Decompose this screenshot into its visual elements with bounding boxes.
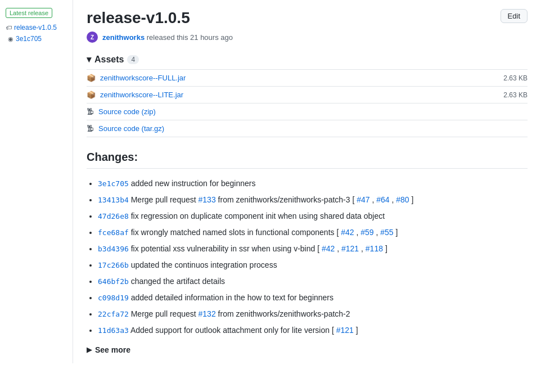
commit-text: fix wrongly matched named slots in funct… [131, 228, 341, 237]
list-item: 3e1c705 added new instruction for beginn… [98, 178, 528, 190]
assets-header[interactable]: ▾ Assets 4 [87, 54, 528, 65]
list-item: 11d63a3 Added support for outlook attach… [98, 325, 528, 336]
commit-icon: ◉ [8, 35, 13, 43]
issue-55-link[interactable]: #55 [380, 228, 393, 237]
asset-link-full-jar[interactable]: zenithworkscore--FULL.jar [100, 74, 186, 82]
commit-hash-b3d4396[interactable]: b3d4396 [98, 245, 129, 253]
commit-text: Merge pull request [131, 309, 199, 318]
list-item: 17c266b updated the continuos integratio… [98, 259, 528, 271]
commit-text: updated the continuos integration proces… [131, 260, 277, 269]
chevron-down-icon: ▾ [87, 54, 91, 65]
main-content: release-v1.0.5 Edit Z zenithworks releas… [73, 0, 541, 363]
sidebar: Latest release 🏷 release-v1.0.5 ◉ 3e1c70… [0, 0, 73, 363]
asset-link-source-zip[interactable]: Source code (zip) [98, 107, 156, 116]
asset-link-lite-jar[interactable]: zenithworkscore--LITE.jar [100, 91, 183, 99]
commit-hash-c098d19[interactable]: c098d19 [98, 294, 129, 302]
zip-icon: 🗜 [87, 107, 94, 116]
release-header: release-v1.0.5 Edit [87, 9, 528, 27]
commit-text: changed the artifact details [131, 277, 225, 286]
sidebar-commit[interactable]: ◉ 3e1c705 [8, 35, 67, 43]
edit-button[interactable]: Edit [501, 9, 528, 23]
list-item: b3d4396 fix potential xss vulnerability … [98, 243, 528, 255]
commit-text: Added support for outlook attachment onl… [130, 326, 336, 335]
commit-hash-47d26e8[interactable]: 47d26e8 [98, 212, 129, 220]
issue-121b-link[interactable]: #121 [336, 326, 354, 335]
commit-hash-17c266b[interactable]: 17c266b [98, 261, 129, 269]
asset-link-source-tar[interactable]: Source code (tar.gz) [98, 124, 164, 133]
commit-hash-11d63a3[interactable]: 11d63a3 [98, 326, 129, 335]
commit-text: Merge pull request [131, 195, 199, 204]
issue-42a-link[interactable]: #42 [341, 228, 354, 237]
assets-section: ▾ Assets 4 📦 zenithworkscore--FULL.jar 2… [87, 54, 528, 137]
commit-text: added new instruction for beginners [131, 179, 256, 188]
commit-text: ] [356, 326, 358, 335]
issue-42b-link[interactable]: #42 [322, 244, 335, 253]
issue-59-link[interactable]: #59 [360, 228, 373, 237]
sidebar-commit-label: 3e1c705 [16, 35, 42, 43]
commit-hash-22cfa72[interactable]: 22cfa72 [98, 310, 129, 318]
assets-title: Assets [94, 55, 124, 65]
chevron-right-icon: ▶ [87, 346, 92, 354]
commit-text: fix regression on duplicate component in… [131, 211, 385, 220]
release-meta: Z zenithworks released this 21 hours ago [87, 31, 528, 43]
commit-text: ] [396, 228, 398, 237]
issue-64-link[interactable]: #64 [376, 195, 389, 204]
issue-80-link[interactable]: #80 [396, 195, 409, 204]
list-item: 22cfa72 Merge pull request #132 from zen… [98, 308, 528, 320]
latest-release-badge: Latest release [6, 8, 52, 18]
asset-item-source-zip: 🗜 Source code (zip) [87, 103, 528, 120]
avatar: Z [87, 31, 98, 43]
asset-size-full-jar: 2.63 KB [503, 74, 528, 82]
list-item: 13413b4 Merge pull request #133 from zen… [98, 194, 528, 206]
list-item: 646bf2b changed the artifact details [98, 276, 528, 287]
commit-hash-3e1c705[interactable]: 3e1c705 [98, 179, 129, 188]
see-more-label: See more [95, 345, 130, 354]
jar-icon-lite: 📦 [87, 91, 96, 99]
asset-item-lite-jar: 📦 zenithworkscore--LITE.jar 2.63 KB [87, 86, 528, 103]
commit-hash-646bf2b[interactable]: 646bf2b [98, 277, 129, 286]
pr-132-link[interactable]: #132 [199, 309, 216, 318]
release-title: release-v1.0.5 [87, 9, 190, 27]
author-link[interactable]: zenithworks [102, 33, 145, 42]
asset-item-source-tar: 🗜 Source code (tar.gz) [87, 120, 528, 137]
tar-icon: 🗜 [87, 124, 94, 133]
commit-hash-13413b4[interactable]: 13413b4 [98, 196, 129, 204]
commit-text: ] [412, 195, 414, 204]
commit-text: fix potential xss vulnerability in ssr w… [131, 244, 322, 253]
changes-section: Changes: 3e1c705 added new instruction f… [87, 151, 528, 354]
list-item: fce68af fix wrongly matched named slots … [98, 227, 528, 238]
see-more-button[interactable]: ▶ See more [87, 345, 528, 354]
issue-47-link[interactable]: #47 [357, 195, 369, 204]
assets-count: 4 [127, 55, 139, 64]
issue-121a-link[interactable]: #121 [341, 244, 359, 253]
commit-hash-fce68af[interactable]: fce68af [98, 228, 129, 237]
list-item: 47d26e8 fix regression on duplicate comp… [98, 210, 528, 222]
commit-text: ] [385, 244, 387, 253]
list-item: c098d19 added detailed information in th… [98, 292, 528, 304]
asset-size-lite-jar: 2.63 KB [503, 91, 528, 99]
commit-text: from zenithworks/zenithworks-patch-3 [ [218, 195, 357, 204]
jar-icon: 📦 [87, 74, 96, 82]
changes-title: Changes: [87, 151, 528, 169]
asset-item-full-jar: 📦 zenithworkscore--FULL.jar 2.63 KB [87, 69, 528, 86]
commit-list: 3e1c705 added new instruction for beginn… [87, 178, 528, 336]
commit-text: added detailed information in the how to… [131, 293, 333, 302]
issue-118-link[interactable]: #118 [366, 244, 383, 253]
sidebar-tag[interactable]: 🏷 release-v1.0.5 [6, 24, 67, 31]
pr-133-link[interactable]: #133 [199, 195, 216, 204]
release-meta-text: zenithworks released this 21 hours ago [102, 33, 233, 42]
tag-icon: 🏷 [6, 24, 12, 31]
commit-text: from zenithworks/zenithworks-patch-2 [218, 309, 350, 318]
sidebar-tag-label: release-v1.0.5 [14, 24, 57, 31]
